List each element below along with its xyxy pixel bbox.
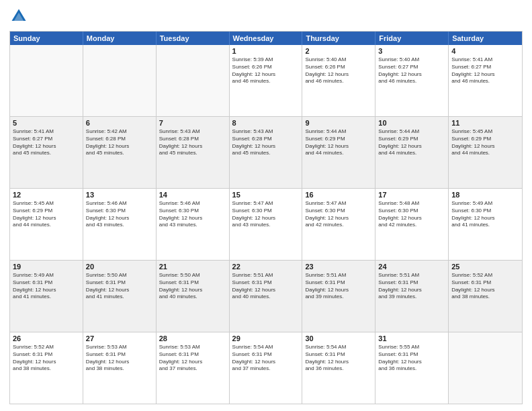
day-info: Sunrise: 5:50 AM Sunset: 6:31 PM Dayligh… [159,272,226,301]
day-info: Sunrise: 5:54 AM Sunset: 6:31 PM Dayligh… [232,344,300,373]
cal-header-saturday: Saturday [449,32,522,45]
day-info: Sunrise: 5:47 AM Sunset: 6:30 PM Dayligh… [232,200,300,229]
day-number: 23 [305,263,372,271]
day-number: 14 [159,191,226,199]
calendar-cell: 26Sunrise: 5:52 AM Sunset: 6:31 PM Dayli… [10,332,83,404]
day-info: Sunrise: 5:44 AM Sunset: 6:29 PM Dayligh… [305,128,372,157]
day-number: 12 [13,191,80,199]
calendar-cell: 20Sunrise: 5:50 AM Sunset: 6:31 PM Dayli… [83,261,157,332]
day-info: Sunrise: 5:53 AM Sunset: 6:31 PM Dayligh… [86,344,153,373]
day-number: 3 [378,47,445,55]
day-info: Sunrise: 5:55 AM Sunset: 6:31 PM Dayligh… [378,344,445,373]
day-number: 29 [232,334,300,342]
calendar-cell: 12Sunrise: 5:45 AM Sunset: 6:29 PM Dayli… [10,189,83,260]
calendar-cell: 5Sunrise: 5:41 AM Sunset: 6:27 PM Daylig… [10,117,83,188]
calendar-cell: 16Sunrise: 5:47 AM Sunset: 6:30 PM Dayli… [302,189,375,260]
calendar-cell: 17Sunrise: 5:48 AM Sunset: 6:30 PM Dayli… [375,189,449,260]
calendar-cell: 22Sunrise: 5:51 AM Sunset: 6:31 PM Dayli… [230,261,303,332]
calendar-cell: 24Sunrise: 5:51 AM Sunset: 6:31 PM Dayli… [375,261,449,332]
day-info: Sunrise: 5:52 AM Sunset: 6:31 PM Dayligh… [13,344,80,373]
day-number: 26 [13,334,80,342]
day-number: 31 [378,334,445,342]
calendar-cell: 8Sunrise: 5:43 AM Sunset: 6:28 PM Daylig… [230,117,303,188]
day-number: 21 [159,263,226,271]
day-number: 2 [305,47,372,55]
calendar-cell: 23Sunrise: 5:51 AM Sunset: 6:31 PM Dayli… [302,261,375,332]
day-info: Sunrise: 5:49 AM Sunset: 6:31 PM Dayligh… [13,272,80,301]
day-number: 28 [159,334,226,342]
day-number: 24 [378,263,445,271]
calendar-header: SundayMondayTuesdayWednesdayThursdayFrid… [10,32,522,45]
day-info: Sunrise: 5:39 AM Sunset: 6:26 PM Dayligh… [232,56,300,85]
calendar-cell: 9Sunrise: 5:44 AM Sunset: 6:29 PM Daylig… [302,117,375,188]
calendar: SundayMondayTuesdayWednesdayThursdayFrid… [9,31,523,404]
calendar-cell: 13Sunrise: 5:46 AM Sunset: 6:30 PM Dayli… [83,189,157,260]
day-number: 11 [451,119,519,127]
calendar-cell: 30Sunrise: 5:54 AM Sunset: 6:31 PM Dayli… [302,332,375,404]
day-info: Sunrise: 5:43 AM Sunset: 6:28 PM Dayligh… [159,128,226,157]
day-info: Sunrise: 5:50 AM Sunset: 6:31 PM Dayligh… [86,272,153,301]
calendar-cell: 29Sunrise: 5:54 AM Sunset: 6:31 PM Dayli… [230,332,303,404]
calendar-cell [157,45,230,116]
day-number: 5 [13,119,80,127]
day-info: Sunrise: 5:42 AM Sunset: 6:28 PM Dayligh… [86,128,153,157]
cal-header-thursday: Thursday [302,32,375,45]
day-number: 20 [86,263,153,271]
page: SundayMondayTuesdayWednesdayThursdayFrid… [0,0,532,411]
day-info: Sunrise: 5:53 AM Sunset: 6:31 PM Dayligh… [159,344,226,373]
day-number: 25 [451,263,519,271]
day-info: Sunrise: 5:52 AM Sunset: 6:31 PM Dayligh… [451,272,519,301]
cal-header-tuesday: Tuesday [157,32,230,45]
day-number: 10 [378,119,445,127]
calendar-week-3: 19Sunrise: 5:49 AM Sunset: 6:31 PM Dayli… [10,260,522,332]
day-info: Sunrise: 5:54 AM Sunset: 6:31 PM Dayligh… [305,344,372,373]
calendar-cell: 1Sunrise: 5:39 AM Sunset: 6:26 PM Daylig… [230,45,303,116]
calendar-cell: 7Sunrise: 5:43 AM Sunset: 6:28 PM Daylig… [157,117,230,188]
day-info: Sunrise: 5:41 AM Sunset: 6:27 PM Dayligh… [13,128,80,157]
logo [9,7,31,26]
calendar-cell: 4Sunrise: 5:41 AM Sunset: 6:27 PM Daylig… [449,45,522,116]
day-number: 6 [86,119,153,127]
day-number: 7 [159,119,226,127]
day-info: Sunrise: 5:51 AM Sunset: 6:31 PM Dayligh… [232,272,300,301]
day-info: Sunrise: 5:49 AM Sunset: 6:30 PM Dayligh… [451,200,519,229]
calendar-cell: 11Sunrise: 5:45 AM Sunset: 6:29 PM Dayli… [449,117,522,188]
day-info: Sunrise: 5:45 AM Sunset: 6:29 PM Dayligh… [451,128,519,157]
calendar-cell: 31Sunrise: 5:55 AM Sunset: 6:31 PM Dayli… [375,332,449,404]
calendar-cell [10,45,83,116]
day-info: Sunrise: 5:45 AM Sunset: 6:29 PM Dayligh… [13,200,80,229]
day-number: 17 [378,191,445,199]
calendar-cell: 27Sunrise: 5:53 AM Sunset: 6:31 PM Dayli… [83,332,157,404]
day-number: 15 [232,191,300,199]
calendar-cell: 28Sunrise: 5:53 AM Sunset: 6:31 PM Dayli… [157,332,230,404]
calendar-cell: 21Sunrise: 5:50 AM Sunset: 6:31 PM Dayli… [157,261,230,332]
day-number: 19 [13,263,80,271]
calendar-cell: 18Sunrise: 5:49 AM Sunset: 6:30 PM Dayli… [449,189,522,260]
day-number: 16 [305,191,372,199]
day-info: Sunrise: 5:46 AM Sunset: 6:30 PM Dayligh… [159,200,226,229]
day-info: Sunrise: 5:43 AM Sunset: 6:28 PM Dayligh… [232,128,300,157]
calendar-week-4: 26Sunrise: 5:52 AM Sunset: 6:31 PM Dayli… [10,332,522,404]
calendar-cell: 6Sunrise: 5:42 AM Sunset: 6:28 PM Daylig… [83,117,157,188]
day-info: Sunrise: 5:47 AM Sunset: 6:30 PM Dayligh… [305,200,372,229]
day-number: 9 [305,119,372,127]
calendar-cell: 15Sunrise: 5:47 AM Sunset: 6:30 PM Dayli… [230,189,303,260]
cal-header-monday: Monday [83,32,157,45]
calendar-week-0: 1Sunrise: 5:39 AM Sunset: 6:26 PM Daylig… [10,45,522,116]
day-info: Sunrise: 5:51 AM Sunset: 6:31 PM Dayligh… [305,272,372,301]
cal-header-wednesday: Wednesday [230,32,303,45]
day-number: 1 [232,47,300,55]
day-info: Sunrise: 5:44 AM Sunset: 6:29 PM Dayligh… [378,128,445,157]
calendar-cell: 25Sunrise: 5:52 AM Sunset: 6:31 PM Dayli… [449,261,522,332]
calendar-week-2: 12Sunrise: 5:45 AM Sunset: 6:29 PM Dayli… [10,188,522,260]
header [9,7,523,26]
day-info: Sunrise: 5:51 AM Sunset: 6:31 PM Dayligh… [378,272,445,301]
day-info: Sunrise: 5:41 AM Sunset: 6:27 PM Dayligh… [451,56,519,85]
day-info: Sunrise: 5:40 AM Sunset: 6:27 PM Dayligh… [378,56,445,85]
day-number: 13 [86,191,153,199]
calendar-cell: 19Sunrise: 5:49 AM Sunset: 6:31 PM Dayli… [10,261,83,332]
cal-header-friday: Friday [375,32,449,45]
day-number: 30 [305,334,372,342]
calendar-cell: 14Sunrise: 5:46 AM Sunset: 6:30 PM Dayli… [157,189,230,260]
calendar-cell: 10Sunrise: 5:44 AM Sunset: 6:29 PM Dayli… [375,117,449,188]
